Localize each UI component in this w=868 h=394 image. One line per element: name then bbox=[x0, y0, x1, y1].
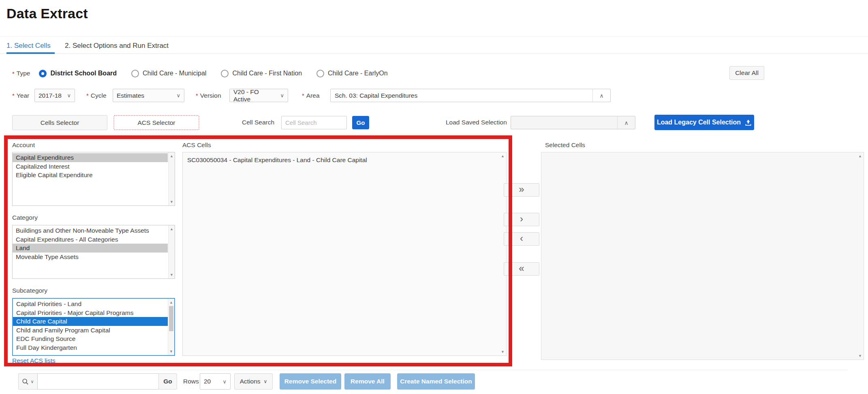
version-label: Version bbox=[200, 92, 221, 99]
remove-all-button[interactable]: Remove All bbox=[344, 373, 391, 390]
scroll-down-icon[interactable]: ▼ bbox=[169, 200, 175, 204]
scroll-up-icon[interactable]: ▲ bbox=[857, 154, 863, 158]
scroll-down-icon[interactable]: ▼ bbox=[169, 273, 175, 277]
version-select[interactable]: V20 - FO Active ∨ bbox=[229, 89, 288, 102]
category-listbox[interactable]: Buildings and Other Non-Moveable Type As… bbox=[12, 225, 175, 279]
create-named-selection-button[interactable]: Create Named Selection bbox=[397, 373, 475, 390]
search-dropdown-button[interactable]: ∨ bbox=[18, 373, 38, 390]
selected-cells-listbox[interactable]: ▲ ▼ bbox=[541, 152, 864, 360]
list-item[interactable]: Moveable Type Assets bbox=[13, 253, 168, 261]
upload-icon bbox=[745, 119, 752, 126]
category-scrollbar[interactable]: ▲ ▼ bbox=[168, 225, 175, 278]
load-saved-selection-collapse-button[interactable]: ∧ bbox=[617, 116, 635, 129]
radio-option[interactable]: Child Care - Municipal bbox=[131, 70, 206, 77]
load-legacy-label: Load Legacy Cell Selection bbox=[657, 119, 741, 126]
version-value: V20 - FO Active bbox=[233, 88, 277, 103]
cycle-label: Cycle bbox=[91, 92, 107, 99]
required-marker: * bbox=[12, 92, 15, 99]
year-field: * Year bbox=[12, 89, 29, 102]
actions-menu-button[interactable]: Actions ∨ bbox=[234, 373, 273, 390]
list-item[interactable]: EDC Funding Source bbox=[13, 334, 168, 343]
rows-label: Rows bbox=[183, 378, 199, 385]
active-tab-underline bbox=[6, 52, 55, 54]
cycle-select[interactable]: Estimates ∨ bbox=[113, 89, 184, 102]
load-legacy-cell-selection-button[interactable]: Load Legacy Cell Selection bbox=[654, 115, 754, 130]
move-all-right-button[interactable]: » bbox=[504, 183, 539, 197]
area-combobox[interactable]: Sch. 03: Capital Expenditures ∧ bbox=[330, 89, 611, 102]
list-item[interactable]: Capital Expenditures - All Categories bbox=[13, 235, 168, 244]
scroll-up-icon[interactable]: ▲ bbox=[500, 154, 506, 158]
chevron-down-icon: ∨ bbox=[264, 379, 267, 384]
type-field-row: * Type District School BoardChild Care -… bbox=[12, 66, 388, 81]
scroll-down-icon[interactable]: ▼ bbox=[500, 350, 506, 354]
area-collapse-button[interactable]: ∧ bbox=[592, 89, 610, 102]
subcategory-scrollbar[interactable]: ▲ ▼ bbox=[168, 299, 174, 355]
radio-option[interactable]: District School Board bbox=[39, 70, 117, 77]
required-marker: * bbox=[196, 92, 198, 99]
category-label: Category bbox=[12, 214, 38, 221]
radio-label: Child Care - First Nation bbox=[232, 70, 302, 77]
clear-all-button[interactable]: Clear All bbox=[729, 66, 764, 80]
chevron-up-icon: ∧ bbox=[624, 120, 628, 126]
list-item[interactable]: Capitalized Interest bbox=[13, 162, 168, 171]
scroll-down-icon[interactable]: ▼ bbox=[168, 349, 174, 353]
radio-option[interactable]: Child Care - First Nation bbox=[221, 70, 302, 77]
cycle-value: Estimates bbox=[117, 92, 144, 99]
list-item[interactable]: Eligible Capital Expenditure bbox=[13, 171, 168, 180]
cells-selector-button[interactable]: Cells Selector bbox=[12, 115, 107, 130]
scroll-up-icon[interactable]: ▲ bbox=[169, 227, 175, 231]
list-item[interactable]: Land bbox=[13, 244, 168, 253]
account-listbox[interactable]: Capital ExpendituresCapitalized Interest… bbox=[12, 152, 175, 206]
type-radio-group: District School BoardChild Care - Munici… bbox=[39, 70, 387, 77]
list-item[interactable]: Capital Priorities - Major Capital Progr… bbox=[13, 308, 168, 317]
required-marker: * bbox=[12, 70, 15, 77]
chevron-down-icon: ∨ bbox=[280, 92, 284, 98]
selected-cells-scrollbar[interactable]: ▲ ▼ bbox=[857, 152, 864, 360]
remove-selected-button[interactable]: Remove Selected bbox=[280, 373, 341, 390]
list-item[interactable]: Buildings and Other Non-Moveable Type As… bbox=[13, 226, 168, 235]
year-label: Year bbox=[17, 92, 29, 99]
list-item[interactable]: Child and Family Program Capital bbox=[13, 326, 168, 335]
year-select[interactable]: 2017-18 ∨ bbox=[34, 89, 75, 102]
move-all-left-button[interactable]: « bbox=[504, 262, 539, 276]
load-saved-selection-combobox[interactable]: ∧ bbox=[511, 116, 635, 129]
scroll-up-icon[interactable]: ▲ bbox=[168, 300, 174, 304]
area-label: Area bbox=[306, 92, 320, 99]
radio-button-icon bbox=[316, 70, 324, 77]
list-item[interactable]: Full Day Kindergarten bbox=[13, 343, 168, 352]
load-saved-selection-value bbox=[511, 116, 617, 129]
year-value: 2017-18 bbox=[38, 92, 62, 99]
radio-button-icon bbox=[39, 70, 47, 77]
radio-label: District School Board bbox=[50, 70, 117, 77]
scrollbar-thumb[interactable] bbox=[169, 306, 173, 331]
list-item[interactable]: Child Care Capital bbox=[13, 317, 168, 326]
cell-search-label: Cell Search bbox=[242, 119, 274, 126]
page-title: Data Extract bbox=[6, 6, 88, 21]
tab-select-cells[interactable]: 1. Select Cells bbox=[6, 39, 51, 54]
toolbar-divider bbox=[20, 370, 848, 370]
search-icon bbox=[22, 378, 29, 385]
move-right-button[interactable]: › bbox=[504, 213, 539, 226]
account-scrollbar[interactable]: ▲ ▼ bbox=[168, 152, 175, 206]
radio-button-icon bbox=[221, 70, 229, 77]
radio-option[interactable]: Child Care - EarlyOn bbox=[316, 70, 388, 77]
subcategory-listbox[interactable]: Capital Priorities - LandCapital Priorit… bbox=[12, 298, 175, 356]
scroll-up-icon[interactable]: ▲ bbox=[169, 154, 175, 158]
toolbar-go-button[interactable]: Go bbox=[158, 373, 177, 390]
reset-acs-lists-link[interactable]: Reset ACS lists bbox=[12, 357, 56, 364]
list-item[interactable]: Capital Expenditures bbox=[13, 153, 168, 162]
cell-search-input[interactable] bbox=[281, 116, 347, 129]
required-marker: * bbox=[302, 92, 304, 99]
toolbar-search-input[interactable] bbox=[37, 373, 159, 390]
list-item[interactable]: SC030050034 - Capital Expenditures - Lan… bbox=[184, 156, 499, 165]
chevron-down-icon: ∨ bbox=[176, 92, 180, 98]
list-item[interactable]: Capital Priorities - Land bbox=[13, 300, 168, 308]
acs-cells-listbox[interactable]: SC030050034 - Capital Expenditures - Lan… bbox=[182, 152, 507, 356]
tab-select-options-run-extract[interactable]: 2. Select Options and Run Extract bbox=[65, 39, 169, 54]
area-field: * Area bbox=[302, 89, 320, 102]
cell-search-go-button[interactable]: Go bbox=[352, 116, 369, 129]
scroll-down-icon[interactable]: ▼ bbox=[857, 354, 863, 358]
rows-select[interactable]: 20 ∨ bbox=[200, 373, 231, 390]
acs-selector-button[interactable]: ACS Selector bbox=[113, 115, 199, 130]
move-left-button[interactable]: ‹ bbox=[504, 232, 539, 246]
